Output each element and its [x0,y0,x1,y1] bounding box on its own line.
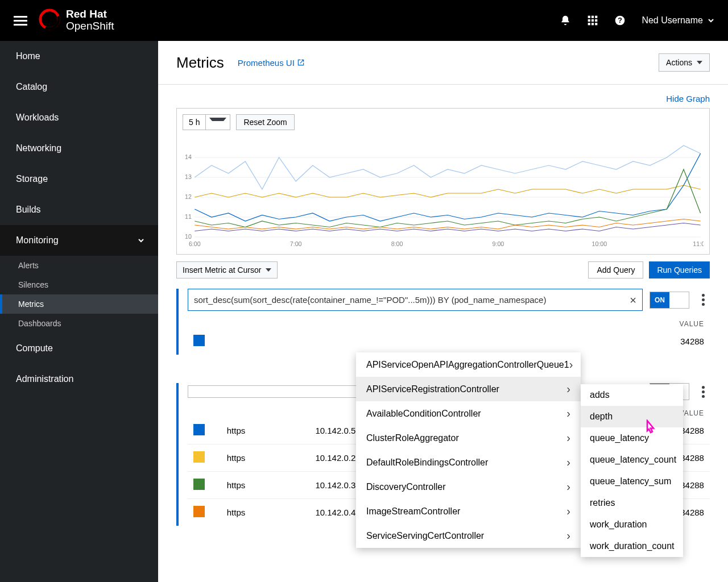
svg-rect-7 [595,19,598,22]
kebab-menu-1[interactable] [696,294,710,306]
sidebar-item-administration[interactable]: Administration [0,364,158,394]
user-name: Ned Username [642,15,703,26]
menu-item-label: APIServiceOpenAPIAggregationControllerQu… [366,360,569,370]
sidebar: Home Catalog Workloads Networking Storag… [0,41,158,582]
sidebar-sub-alerts[interactable]: Alerts [0,256,158,275]
brand-logo[interactable]: Red HatOpenShift [39,9,114,32]
menu-item[interactable]: ClusterRoleAggregator [356,426,581,450]
menu-item[interactable]: work_duration [581,514,683,535]
sidebar-sub-dashboards[interactable]: Dashboards [0,314,158,333]
svg-text:10: 10 [185,234,192,240]
user-menu[interactable]: Ned Username [642,15,714,26]
metric-suffix-menu: addsdepthqueue_latencyqueue_latency_coun… [581,384,683,557]
chevron-right-icon [566,383,570,396]
reset-zoom-button[interactable]: Reset Zoom [236,114,294,130]
chart-container: 5 h Reset Zoom 10111213146:007:008:009:0… [176,108,710,255]
hamburger-menu-icon[interactable] [14,14,27,28]
cell-endpoint: https [227,453,304,463]
chevron-right-icon [566,456,570,469]
add-query-button[interactable]: Add Query [588,261,643,278]
menu-item-label: ServiceServingCertController [366,531,484,541]
menu-item[interactable]: ImageStreamController [356,499,581,523]
svg-text:13: 13 [185,174,192,180]
chevron-right-icon [566,505,570,518]
time-range-select[interactable]: 5 h [183,114,230,130]
svg-text:8:00: 8:00 [391,241,403,247]
cell-endpoint: https [227,508,304,517]
query-input-1[interactable]: sort_desc(sum(sort_desc(rate{container_n… [188,289,643,311]
menu-item[interactable]: APIServiceOpenAPIAggregationControllerQu… [356,352,581,377]
menu-item-label: DiscoveryController [366,482,446,492]
table-header: VALUE [188,320,710,328]
menu-item[interactable]: queue_latency_sum [581,471,683,492]
menu-item-label: DefaultRoleBindingsController [366,458,488,468]
menu-item-label: APIServiceRegistrationController [366,384,499,394]
clear-icon[interactable]: × [630,293,636,306]
svg-rect-4 [595,16,598,18]
menu-item[interactable]: AvailableConditionController [356,401,581,426]
button-label: Insert Metric at Cursor [183,265,261,275]
cell-value: 34288 [680,508,704,517]
svg-text:6:00: 6:00 [189,241,201,247]
insert-metric-dropdown[interactable]: Insert Metric at Cursor [176,261,278,278]
menu-item[interactable]: retries [581,492,683,514]
help-icon[interactable]: ? [614,15,626,26]
menu-item[interactable]: ServiceServingCertController [356,523,581,548]
external-link-icon [297,59,305,66]
main-content: Metrics Prometheus UI Actions Hide Graph… [158,41,728,582]
sidebar-item-storage[interactable]: Storage [0,164,158,194]
svg-text:11: 11 [185,214,192,220]
menu-item[interactable]: APIServiceRegistrationController [356,377,581,401]
kebab-menu-2[interactable] [696,386,710,398]
menu-item[interactable]: work_duration_count [581,535,683,557]
chevron-down-icon [205,115,230,130]
svg-rect-10 [595,23,598,25]
sidebar-sub-silences[interactable]: Silences [0,275,158,294]
time-range-value: 5 h [183,115,205,130]
sidebar-item-workloads[interactable]: Workloads [0,102,158,133]
svg-rect-6 [592,19,594,22]
menu-item[interactable]: queue_latency_count [581,449,683,471]
svg-rect-9 [592,23,594,25]
query-text: sort_desc(sum(sort_desc(rate{container_n… [194,295,623,305]
link-text: Prometheus UI [238,58,295,68]
redhat-icon [39,9,60,32]
cell-endpoint: https [227,480,304,490]
toggle-label: ON [650,292,669,308]
svg-point-1 [39,9,60,30]
sidebar-item-home[interactable]: Home [0,41,158,72]
svg-text:?: ? [618,16,623,24]
cell-value: 34288 [680,336,704,346]
prometheus-link[interactable]: Prometheus UI [238,58,305,68]
hide-graph-link[interactable]: Hide Graph [176,94,710,103]
top-header: Red HatOpenShift ? Ned Username [0,0,728,41]
sidebar-item-monitoring[interactable]: Monitoring [0,225,158,256]
chevron-right-icon [566,431,570,444]
run-queries-button[interactable]: Run Queries [649,261,710,278]
menu-item-label: AvailableConditionController [366,409,481,419]
bell-icon[interactable] [560,15,571,26]
sidebar-item-builds[interactable]: Builds [0,194,158,225]
sidebar-sub-metrics[interactable]: Metrics [0,294,158,314]
menu-item[interactable]: adds [581,384,683,406]
sidebar-item-catalog[interactable]: Catalog [0,72,158,102]
series-swatch [193,424,205,435]
cell-value: 34288 [680,480,704,490]
col-value: VALUE [680,409,704,417]
menu-item[interactable]: queue_latency [581,427,683,449]
chevron-right-icon [566,529,570,542]
apps-grid-icon[interactable] [587,15,598,26]
sidebar-item-networking[interactable]: Networking [0,133,158,164]
menu-item[interactable]: DiscoveryController [356,475,581,499]
metrics-chart[interactable]: 10111213146:007:008:009:0010:0011:00 [183,135,704,248]
svg-text:9:00: 9:00 [493,241,504,247]
actions-button[interactable]: Actions [659,53,710,72]
chevron-down-icon [266,268,271,272]
query-toggle-1[interactable]: ON [650,292,689,309]
menu-item[interactable]: DefaultRoleBindingsController [356,450,581,475]
chevron-right-icon [566,407,570,420]
sidebar-item-compute[interactable]: Compute [0,333,158,364]
menu-item[interactable]: depth [581,406,683,427]
chevron-down-icon [138,237,144,244]
pointer-cursor-icon [642,419,659,439]
